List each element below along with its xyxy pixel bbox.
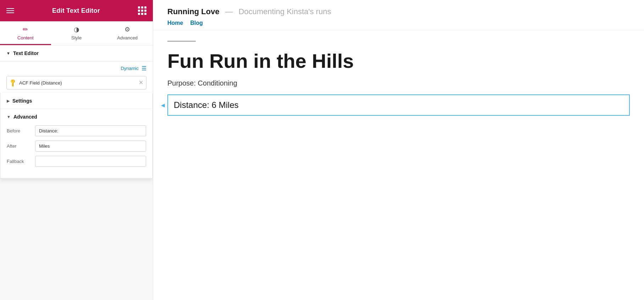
settings-section-header: ▶ Settings (7, 98, 146, 104)
dynamic-row: Dynamic ☰ (0, 61, 153, 74)
advanced-label: Advanced (13, 114, 37, 120)
site-header: Running Love — Documenting Kinsta's runs… (153, 0, 644, 30)
after-input[interactable] (35, 141, 146, 152)
collapse-arrow-icon[interactable]: ◀ (161, 102, 165, 108)
settings-label: Settings (12, 98, 32, 104)
advanced-tab-icon: ⚙ (124, 26, 130, 33)
nav-blog[interactable]: Blog (190, 20, 203, 26)
advanced-arrow-icon: ▼ (7, 115, 11, 119)
settings-arrow-icon: ▶ (7, 99, 10, 103)
site-title-row: Running Love — Documenting Kinsta's runs (167, 7, 630, 16)
text-editor-section-header[interactable]: ▼ Text Editor (0, 45, 153, 61)
preview-area: Running Love — Documenting Kinsta's runs… (153, 0, 644, 300)
tab-content[interactable]: ✏ Content (0, 21, 51, 45)
fallback-field-row: Fallback (7, 156, 146, 167)
tab-style-label: Style (71, 35, 82, 40)
dynamic-label[interactable]: Dynamic (121, 66, 139, 71)
highlighted-distance-block[interactable]: ◀ Distance: 6 Miles (167, 94, 630, 116)
advanced-section-header[interactable]: ▼ Advanced (7, 114, 146, 120)
grid-icon[interactable] (138, 6, 146, 15)
settings-section[interactable]: ▶ Settings (0, 93, 152, 109)
menu-icon[interactable] (6, 8, 14, 13)
section-title: Text Editor (13, 50, 39, 56)
section-arrow-icon: ▼ (6, 51, 10, 55)
acf-field-input[interactable] (19, 80, 139, 86)
fallback-label: Fallback (7, 159, 35, 164)
before-input[interactable] (35, 125, 146, 136)
post-purpose: Purpose: Conditioning (167, 79, 630, 87)
content-area: Fun Run in the Hills Purpose: Conditioni… (153, 30, 644, 126)
site-name: Running Love (167, 7, 220, 16)
fallback-input[interactable] (35, 156, 146, 167)
post-title: Fun Run in the Hills (167, 50, 630, 72)
style-tab-icon: ◑ (74, 26, 79, 33)
dynamic-icon[interactable]: ☰ (141, 65, 146, 72)
tab-content-label: Content (17, 35, 34, 40)
tabs: ✏ Content ◑ Style ⚙ Advanced (0, 21, 153, 45)
tab-style[interactable]: ◑ Style (51, 21, 102, 45)
site-dash: — (225, 7, 233, 16)
clear-input-button[interactable]: ✕ (139, 80, 143, 86)
nav-home[interactable]: Home (167, 20, 183, 26)
key-icon: 🔑 (8, 78, 17, 87)
advanced-section: ▼ Advanced Before After Fallback (0, 109, 152, 178)
before-field-row: Before (7, 125, 146, 136)
dropdown-panel: ▶ Settings ▼ Advanced Before After (0, 93, 153, 179)
panel-header: Edit Text Editor (0, 0, 153, 21)
site-tagline: Documenting Kinsta's runs (239, 7, 331, 16)
panel-title: Edit Text Editor (52, 7, 100, 15)
panel-body: ▼ Text Editor Dynamic ☰ 🔑 ✕ ▶ Settings (0, 45, 153, 300)
left-panel: Edit Text Editor ✏ Content ◑ Style ⚙ Adv… (0, 0, 153, 300)
acf-input-row: 🔑 ✕ (0, 74, 153, 93)
site-nav: Home Blog (167, 20, 630, 26)
content-divider (167, 41, 196, 42)
after-field-row: After (7, 141, 146, 152)
tab-advanced-label: Advanced (117, 35, 138, 40)
before-label: Before (7, 128, 35, 133)
acf-input-wrap: 🔑 ✕ (6, 76, 146, 89)
after-label: After (7, 143, 35, 149)
content-tab-icon: ✏ (23, 26, 28, 33)
tab-advanced[interactable]: ⚙ Advanced (102, 21, 153, 45)
distance-text: Distance: 6 Miles (174, 100, 239, 110)
